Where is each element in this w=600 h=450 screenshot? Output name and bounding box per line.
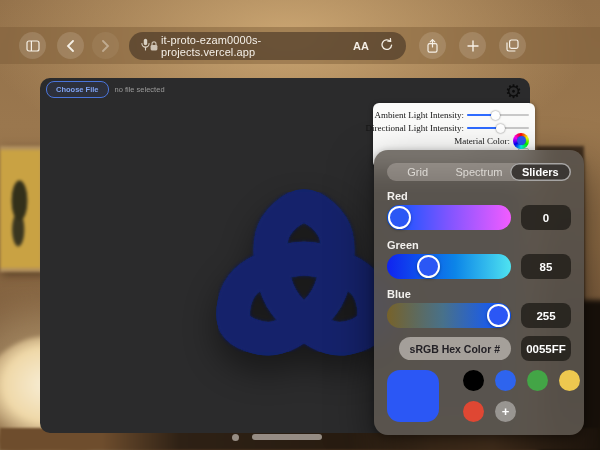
swatch-black[interactable] [463, 370, 484, 391]
blue-slider-thumb[interactable] [487, 304, 510, 327]
slider-fill [467, 114, 493, 117]
slider-thumb[interactable] [491, 111, 500, 120]
green-slider-row: 85 [387, 254, 571, 279]
slider-thumb[interactable] [496, 124, 505, 133]
swatch-area: + [387, 370, 571, 422]
red-slider-row: 0 [387, 205, 571, 230]
forward-button[interactable] [92, 32, 119, 59]
multitask-dot-indicator [232, 434, 239, 441]
tab-sliders[interactable]: Sliders [510, 163, 571, 181]
padlock-icon [150, 41, 158, 53]
tabs-icon [506, 39, 519, 52]
ambient-light-label: Ambient Light Intensity: [375, 110, 465, 120]
chevron-right-icon [101, 40, 110, 52]
ambient-light-row: Ambient Light Intensity: [377, 108, 529, 121]
file-input-row: Choose File no file selected [46, 81, 165, 98]
share-icon [427, 39, 438, 53]
current-color-swatch [387, 370, 439, 422]
red-value-field[interactable]: 0 [521, 205, 571, 230]
wall-art-frame [0, 146, 45, 272]
green-slider-label: Green [387, 239, 571, 252]
directional-light-row: Directional Light Intensity: [377, 121, 529, 134]
browser-toolbar: it-proto-ezam0000s-projects.vercel.app A… [0, 27, 600, 64]
sidebar-toggle-button[interactable] [19, 32, 46, 59]
tab-spectrum[interactable]: Spectrum [448, 163, 509, 181]
back-button[interactable] [57, 32, 84, 59]
settings-gear-icon[interactable]: ⚙ [505, 79, 522, 105]
swatch-yellow[interactable] [559, 370, 580, 391]
swatch-blue[interactable] [495, 370, 516, 391]
green-slider-thumb[interactable] [417, 255, 440, 278]
green-slider[interactable] [387, 254, 511, 279]
ambient-light-slider[interactable] [467, 110, 529, 120]
directional-light-label: Directional Light Intensity: [366, 123, 464, 133]
material-color-row: Material Color: [377, 134, 529, 147]
hex-color-button[interactable]: sRGB Hex Color # [399, 337, 511, 360]
red-slider-thumb[interactable] [388, 206, 411, 229]
plus-icon [467, 40, 479, 52]
sidebar-icon [26, 40, 40, 52]
blue-value-field[interactable]: 255 [521, 303, 571, 328]
file-status-text: no file selected [115, 85, 165, 94]
slider-fill [467, 127, 498, 130]
blue-slider[interactable] [387, 303, 511, 328]
blue-slider-label: Blue [387, 288, 571, 301]
swatch-red[interactable] [463, 401, 484, 422]
share-button[interactable] [419, 32, 446, 59]
url-host: it-proto-ezam0000s-projects.vercel.app [161, 34, 353, 58]
reload-button[interactable] [381, 37, 393, 55]
address-bar[interactable]: it-proto-ezam0000s-projects.vercel.app A… [129, 32, 406, 60]
green-value-field[interactable]: 85 [521, 254, 571, 279]
url-text-container: it-proto-ezam0000s-projects.vercel.app [150, 34, 353, 58]
blue-slider-row: 255 [387, 303, 571, 328]
picker-mode-segmented-control: Grid Spectrum Sliders [387, 163, 571, 181]
directional-light-slider[interactable] [467, 123, 529, 133]
chevron-left-icon [66, 40, 75, 52]
text-size-button[interactable]: AA [353, 40, 369, 52]
red-slider-label: Red [387, 190, 571, 203]
choose-file-button[interactable]: Choose File [46, 81, 109, 98]
home-indicator[interactable] [252, 434, 322, 440]
color-picker-popover: Grid Spectrum Sliders Red 0 Green 85 Blu… [374, 150, 584, 435]
add-swatch-button[interactable]: + [495, 401, 516, 422]
swatch-green[interactable] [527, 370, 548, 391]
material-color-label: Material Color: [454, 136, 510, 146]
hex-value-field[interactable]: 0055FF [521, 336, 571, 361]
new-tab-button[interactable] [459, 32, 486, 59]
red-slider[interactable] [387, 205, 511, 230]
hex-color-row: sRGB Hex Color # 0055FF [387, 336, 571, 361]
tab-grid[interactable]: Grid [387, 163, 448, 181]
tab-overview-button[interactable] [499, 32, 526, 59]
material-color-well[interactable] [513, 133, 529, 149]
microphone-icon[interactable] [141, 37, 150, 55]
saved-swatches-grid: + [463, 370, 580, 422]
